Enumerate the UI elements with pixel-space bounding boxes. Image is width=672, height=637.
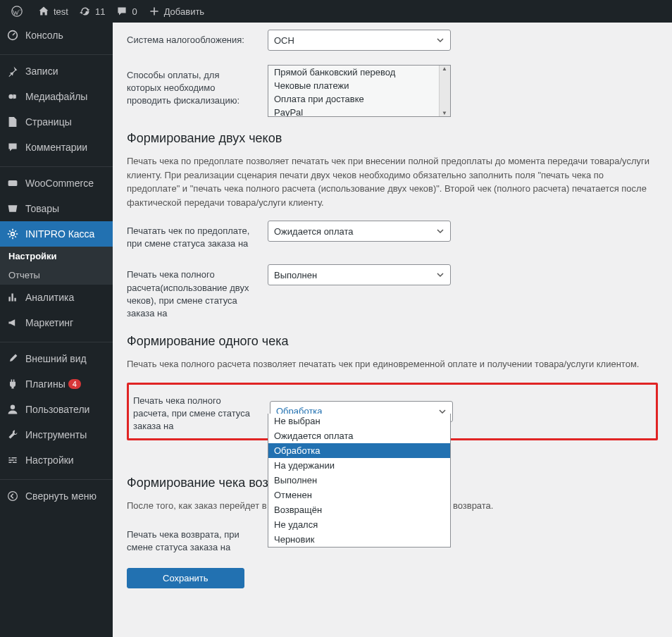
wrench-icon [6,428,20,442]
comments-count: 0 [132,6,137,17]
dropdown-option[interactable]: Выполнен [268,473,450,488]
refresh-icon [80,6,91,17]
multiselect-option[interactable]: PayPal [268,106,450,117]
dropdown-option[interactable]: Отменен [268,488,450,502]
full-check-two-select[interactable]: Выполнен [268,264,451,285]
sidebar-item-initpro[interactable]: INITPRO Касса [0,221,113,247]
svg-point-5 [11,405,15,409]
payment-methods-multiselect[interactable]: Прямой банковский перевод Чековые платеж… [268,65,451,117]
sidebar-item-marketing[interactable]: Маркетинг [0,310,113,335]
sidebar-item-appearance[interactable]: Внешний вид [0,346,113,371]
sidebar-label: Товары [25,203,59,214]
media-icon [6,89,20,104]
save-button[interactable]: Сохранить [127,568,244,588]
section-two-checks-desc: Печать чека по предоплате позволяет печа… [127,154,658,209]
woo-icon [6,176,20,190]
payment-methods-label: Способы оплаты, для которых необходимо п… [127,65,268,108]
site-name-link[interactable]: test [32,0,74,23]
dropdown-option[interactable]: Возвращён [268,502,450,517]
prepay-check-row: Печатать чек по предоплате, при смене ст… [127,221,658,250]
collapse-icon [6,489,20,503]
user-icon [6,402,20,416]
sidebar-item-products[interactable]: Товары [0,196,113,221]
sidebar-label: WooCommerce [25,178,94,189]
menu-separator [0,163,113,167]
updates-link[interactable]: 11 [74,0,111,23]
sidebar-label: Медиафайлы [25,91,87,102]
scrollbar[interactable] [439,66,450,116]
sidebar-label: Аналитика [25,292,74,303]
pin-icon [6,64,20,78]
admin-bar: test 11 0 Добавить [0,0,672,23]
sidebar-item-comments[interactable]: Комментарии [0,135,113,160]
admin-sidebar: Консоль Записи Медиафайлы Страницы Комме… [0,23,113,617]
sidebar-item-plugins[interactable]: Плагины 4 [0,371,113,397]
dropdown-option[interactable]: Не удался [268,517,450,532]
sidebar-label: Пользователи [25,404,89,415]
sidebar-item-posts[interactable]: Записи [0,58,113,84]
refund-check-label: Печать чека возврата, при смене статуса … [127,524,268,554]
full-check-two-label: Печать чека полного расчета(использовани… [127,264,268,320]
sidebar-label: Инструменты [25,429,87,440]
section-one-check-desc: Печать чека полного расчета позволяет пе… [127,357,658,371]
sidebar-item-woocommerce[interactable]: WooCommerce [0,171,113,196]
section-one-check-title: Формирование одного чека [127,334,658,349]
sliders-icon [6,453,20,467]
sidebar-item-users[interactable]: Пользователи [0,397,113,422]
multiselect-option[interactable]: Чековые платежи [268,79,450,92]
sidebar-label: Записи [25,66,58,77]
chart-icon [6,290,20,304]
submenu-item-settings[interactable]: Настройки [0,247,113,266]
comment-icon [6,140,20,154]
section-two-checks-title: Формирование двух чеков [127,131,658,146]
wordpress-icon [11,6,23,17]
plugins-badge: 4 [68,379,81,389]
megaphone-icon [6,316,20,330]
dropdown-option[interactable]: Ожидается оплата [268,428,450,443]
full-check-two-row: Печать чека полного расчета(использовани… [127,264,658,320]
add-new-text: Добавить [164,6,204,17]
payment-methods-row: Способы оплаты, для которых необходимо п… [127,65,658,117]
sidebar-label: INITPRO Касса [25,228,94,240]
sidebar-item-settings[interactable]: Настройки [0,447,113,473]
plus-icon [149,6,160,17]
sidebar-item-pages[interactable]: Страницы [0,109,113,135]
dropdown-option[interactable]: Не выбран [268,414,450,428]
submenu: Настройки Отчеты [0,247,113,285]
multiselect-option[interactable]: Оплата при доставке [268,92,450,106]
prepay-check-label: Печатать чек по предоплате, при смене ст… [127,221,268,250]
tax-system-row: Система налогообложения: ОСН [127,30,658,51]
tax-system-select[interactable]: ОСН [268,30,451,51]
multiselect-option[interactable]: Прямой банковский перевод [268,66,450,79]
site-name-text: test [54,6,68,17]
brush-icon [6,352,20,366]
dropdown-option[interactable]: На удержании [268,458,450,473]
sidebar-label: Страницы [25,116,72,128]
dashboard-icon [6,28,20,42]
dropdown-option[interactable]: Черновик [268,532,450,547]
plugin-icon [6,377,20,391]
comments-link[interactable]: 0 [111,0,142,23]
sidebar-label: Настройки [25,454,74,466]
sidebar-item-tools[interactable]: Инструменты [0,422,113,447]
product-icon [6,202,20,216]
menu-separator [0,339,113,342]
prepay-check-select[interactable]: Ожидается оплата [268,221,451,242]
sidebar-item-media[interactable]: Медиафайлы [0,84,113,109]
svg-point-4 [11,233,15,236]
sidebar-item-analytics[interactable]: Аналитика [0,285,113,310]
dropdown-option-selected[interactable]: Обработка [268,443,450,458]
comment-icon [116,6,127,17]
sidebar-label: Маркетинг [25,317,73,328]
tax-system-label: Система налогообложения: [127,30,268,47]
sidebar-item-collapse[interactable]: Свернуть меню [0,483,113,509]
home-icon [38,6,49,17]
add-new-link[interactable]: Добавить [143,0,210,23]
svg-point-6 [8,492,18,501]
sidebar-item-dashboard[interactable]: Консоль [0,23,113,48]
wp-logo[interactable] [6,0,32,23]
submenu-item-reports[interactable]: Отчеты [0,266,113,285]
sidebar-label: Свернуть меню [25,490,97,502]
menu-separator [0,476,113,480]
gear-icon [6,227,20,241]
